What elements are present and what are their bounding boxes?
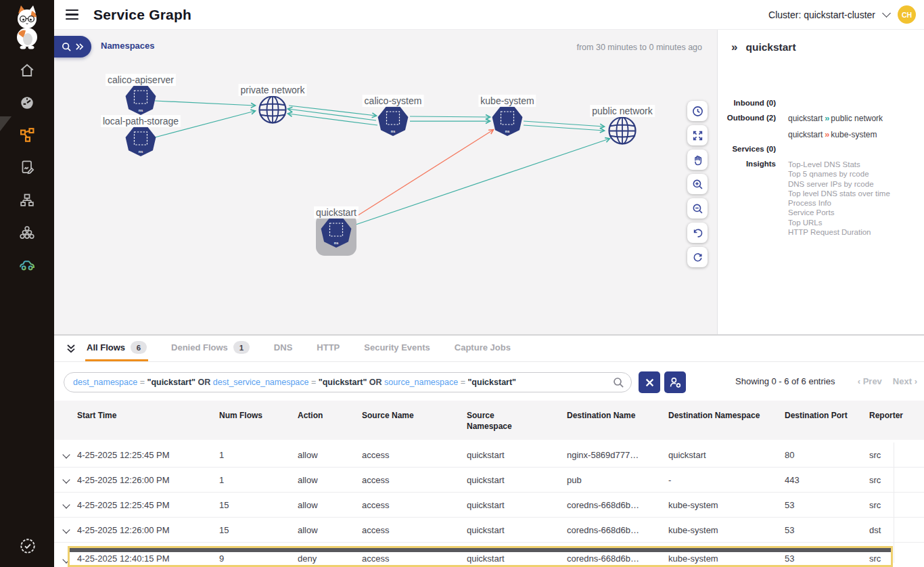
row-expand-chevron[interactable]	[62, 476, 70, 483]
graph-node-private-network[interactable]	[260, 97, 286, 123]
flow-cell: 443	[785, 475, 800, 485]
flow-row-highlighted[interactable]: 4-25-2025 12:40:15 PM9denyaccessquicksta…	[68, 546, 893, 567]
query-token-op: =	[309, 378, 319, 387]
tab-dns[interactable]: DNS	[273, 336, 294, 361]
query-token-op: =	[137, 378, 147, 387]
column-header-reporter[interactable]: Reporter	[869, 410, 917, 421]
tab-denied-flows[interactable]: Denied Flows1	[170, 336, 251, 361]
column-header-destination-port[interactable]: Destination Port	[785, 410, 849, 421]
column-header-action[interactable]: Action	[298, 410, 352, 421]
row-expand-chevron[interactable]	[62, 526, 70, 533]
graph-node-quickstart[interactable]: ns	[316, 214, 356, 256]
flow-row[interactable]: 4-25-2025 12:26:00 PM15allowaccessquicks…	[54, 518, 924, 543]
sidebar-item-verified-badge[interactable]	[16, 535, 39, 558]
showing-entries-text: Showing 0 - 6 of 6 entries	[735, 376, 835, 386]
column-header-source-namespace[interactable]: Source Namespace	[467, 410, 541, 432]
flow-cell: 4-25-2025 12:25:45 PM	[77, 450, 170, 460]
sidebar-item-compliance-car[interactable]	[12, 251, 42, 278]
row-expand-chevron[interactable]	[62, 451, 70, 458]
insight-link[interactable]: DNS server IPs by rcode	[788, 179, 890, 189]
refresh-button[interactable]	[687, 247, 708, 267]
clock-icon	[692, 106, 703, 117]
prev-page-button[interactable]: ‹ Prev	[858, 376, 882, 386]
next-page-button[interactable]: Next ›	[893, 376, 917, 386]
tab-count-badge: 6	[131, 341, 147, 354]
node-label-calico-system: calico-system	[363, 95, 424, 107]
undo-button[interactable]	[687, 223, 708, 243]
clear-filter-button[interactable]	[639, 371, 660, 393]
outbound-item[interactable]: quickstart››kube-system	[788, 130, 877, 139]
pan-button[interactable]	[687, 150, 708, 170]
zoom-out-button[interactable]	[687, 198, 708, 219]
flow-direction-icon: ››	[825, 130, 829, 139]
sidebar-item-clusters[interactable]	[12, 219, 42, 246]
insight-link[interactable]: Top 5 qnames by rcode	[788, 169, 890, 179]
flows-tab-bar: All Flows6Denied Flows1DNSHTTPSecurity E…	[54, 336, 924, 362]
menu-toggle-button[interactable]	[64, 6, 81, 24]
chevron-down-icon[interactable]	[882, 9, 891, 18]
flow-cell: allow	[298, 500, 318, 510]
column-header-num-flows[interactable]: Num Flows	[219, 410, 287, 421]
fit-view-button[interactable]	[687, 125, 708, 145]
search-icon[interactable]	[613, 377, 624, 388]
query-token-value: "quickstart"	[467, 378, 516, 387]
table-scrollbar-track[interactable]	[894, 443, 894, 563]
graph-time-range: from 30 minutes to 0 minutes ago	[576, 43, 702, 52]
flow-cell: 1	[219, 475, 224, 485]
insight-link[interactable]: Top level DNS stats over time	[788, 189, 890, 198]
tab-capture-jobs[interactable]: Capture Jobs	[453, 336, 512, 361]
user-avatar[interactable]: CH	[898, 5, 916, 24]
flow-row[interactable]: 4-25-2025 12:26:00 PM1allowaccessquickst…	[54, 468, 924, 493]
flow-cell: coredns-668d6b…	[567, 553, 639, 564]
node-label-private-network: private network	[239, 84, 307, 96]
insights-list: Top-Level DNS StatsTop 5 qnames by rcode…	[788, 160, 890, 237]
flow-row[interactable]: 4-25-2025 12:25:45 PM15allowaccessquicks…	[54, 493, 924, 518]
sidebar-item-policies[interactable]	[12, 154, 42, 181]
query-token-field: source_namespace	[384, 378, 458, 387]
service-graph-canvas[interactable]: nsnsnsnsns calico-apiserverlocal-path-st…	[54, 30, 717, 334]
flow-cell: -	[668, 475, 671, 485]
flow-row[interactable]: 4-25-2025 12:25:45 PM1allowaccessquickst…	[54, 443, 924, 468]
query-token-field: dest_namespace	[73, 378, 137, 387]
tab-http[interactable]: HTTP	[315, 336, 341, 361]
flows-table-header: Start TimeNum FlowsActionSource NameSour…	[54, 401, 924, 440]
column-header-destination-namespace[interactable]: Destination Namespace	[668, 410, 763, 421]
column-header-source-name[interactable]: Source Name	[362, 410, 450, 421]
flow-cell: kube-system	[668, 553, 718, 564]
customize-columns-button[interactable]	[664, 371, 686, 393]
clusters-icon	[19, 225, 35, 241]
insight-link[interactable]: Process Info	[788, 198, 890, 208]
panel-collapse-icon[interactable]: »	[731, 41, 736, 54]
sidebar-item-dashboards[interactable]	[12, 89, 42, 116]
insight-link[interactable]: Top URLs	[788, 218, 890, 227]
tab-all-flows[interactable]: All Flows6	[85, 336, 148, 361]
column-header-start-time[interactable]: Start Time	[77, 410, 212, 421]
row-expand-chevron[interactable]	[62, 501, 70, 508]
horizontal-scrollbar[interactable]	[70, 548, 891, 552]
calico-cat-logo[interactable]	[7, 4, 47, 50]
tab-security-events[interactable]: Security Events	[363, 336, 432, 361]
flows-panel: All Flows6Denied Flows1DNSHTTPSecurity E…	[54, 334, 924, 567]
flow-cell: 15	[219, 500, 229, 510]
panel-collapse-button[interactable]	[64, 336, 78, 361]
column-header-destination-name[interactable]: Destination Name	[567, 410, 648, 421]
graph-node-calico-system[interactable]: ns	[378, 106, 409, 136]
flow-cell: coredns-668d6b…	[567, 500, 639, 510]
sidebar-item-network-infrastructure[interactable]	[12, 187, 42, 214]
insight-link[interactable]: Top-Level DNS Stats	[788, 160, 890, 169]
flow-filter-input[interactable]: dest_namespace = "quickstart" OR dest_se…	[64, 372, 632, 392]
time-range-button[interactable]	[687, 101, 708, 121]
graph-node-public-network[interactable]	[609, 118, 636, 144]
zoom-in-button[interactable]	[687, 174, 708, 194]
outbound-item[interactable]: quickstart››public network	[788, 114, 883, 123]
graph-node-local-path-storage[interactable]: ns	[126, 127, 156, 156]
insight-link[interactable]: HTTP Request Duration	[788, 227, 890, 237]
sidebar-item-service-graph[interactable]	[12, 122, 42, 149]
sidebar-item-home[interactable]	[12, 57, 42, 84]
double-chevron-down-icon	[66, 344, 76, 354]
graph-search-pill[interactable]	[54, 36, 91, 58]
graph-node-kube-system[interactable]: ns	[492, 106, 523, 136]
insight-link[interactable]: Service Ports	[788, 208, 890, 217]
cluster-selector[interactable]: Cluster: quickstart-cluster	[768, 9, 875, 20]
graph-node-calico-apiserver[interactable]: ns	[126, 85, 156, 115]
